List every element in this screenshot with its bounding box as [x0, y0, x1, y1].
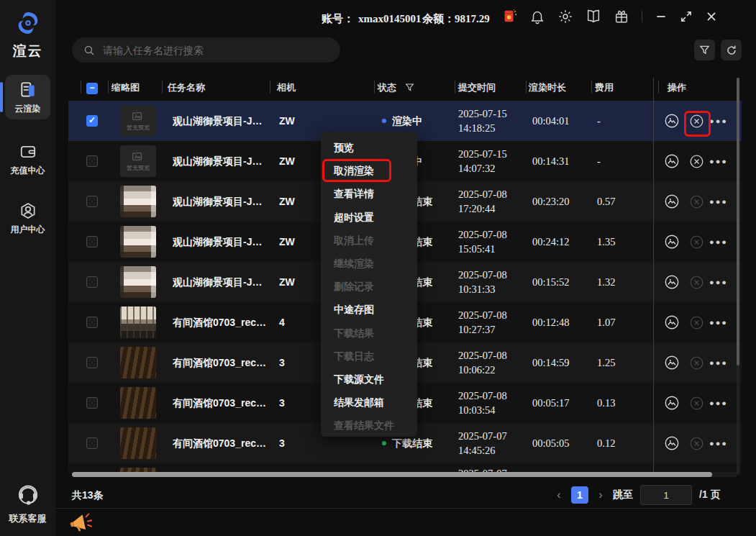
sidebar-item-contact-support[interactable]: 联系客服 [0, 483, 55, 525]
preview-result-button[interactable] [663, 314, 680, 331]
row-checkbox[interactable] [86, 437, 98, 449]
more-actions-button[interactable]: ●●● [710, 354, 727, 371]
submit-date: 2025-07-15 [458, 147, 507, 161]
preview-result-button[interactable] [663, 233, 680, 250]
customer-service-icon [16, 483, 40, 508]
pagination: ‹ 1 › 跳至 /1 页 [554, 486, 721, 504]
preview-result-button[interactable] [663, 435, 680, 452]
submit-date: 2025-07-08 [458, 308, 507, 322]
prev-page-button[interactable]: ‹ [554, 489, 564, 501]
expand-button[interactable] [680, 10, 693, 23]
camera: 3 [279, 342, 285, 383]
col-header-duration: 渲染时长 [529, 81, 566, 94]
thumbnail[interactable]: 暂无预览 [120, 145, 156, 177]
thumbnail[interactable] [120, 427, 156, 459]
more-actions-button[interactable]: ●●● [710, 153, 727, 170]
preview-result-button[interactable] [663, 112, 680, 130]
horizontal-scrollbar[interactable] [72, 472, 737, 477]
cancel-task-button[interactable] [688, 112, 705, 130]
minimize-icon [655, 10, 668, 23]
row-checkbox[interactable]: ✓ [86, 115, 98, 127]
menu-item[interactable]: 取消渲染 [321, 159, 417, 182]
close-icon [705, 10, 718, 23]
wallet-icon [19, 142, 37, 161]
cost: 0.12 [597, 423, 615, 463]
row-checkbox[interactable] [86, 357, 98, 368]
preview-result-button[interactable] [663, 394, 680, 412]
submit-clock: 14:45:26 [458, 443, 507, 458]
menu-item[interactable]: 查看详情 [321, 182, 417, 205]
menu-item[interactable]: 预览 [321, 136, 417, 159]
menu-item[interactable]: 下载源文件 [321, 368, 417, 391]
preview-result-button[interactable] [663, 354, 680, 371]
submit-date: 2025-07-15 [458, 106, 507, 121]
search-input[interactable] [101, 44, 340, 57]
more-actions-button[interactable]: ●●● [710, 314, 727, 331]
col-header-thumbnail: 缩略图 [111, 81, 140, 94]
vertical-scrollbar[interactable] [737, 78, 739, 475]
task-name: 观山湖御景项目-J… [173, 262, 275, 302]
app-logo: 渲云 [0, 9, 55, 60]
thumbnail[interactable] [120, 387, 156, 419]
cancel-task-button[interactable] [688, 153, 705, 170]
task-name: 观山湖御景项目-J… [173, 141, 275, 181]
red-packet-icon[interactable] [501, 9, 517, 24]
row-checkbox[interactable] [86, 196, 98, 207]
no-preview-image-icon [132, 151, 145, 163]
select-all-checkbox[interactable]: − [86, 83, 98, 94]
minimize-button[interactable] [655, 10, 668, 23]
refresh-button[interactable] [721, 40, 742, 60]
thumbnail[interactable]: 暂无预览 [120, 105, 156, 137]
row-checkbox[interactable] [86, 317, 98, 328]
gear-icon[interactable] [557, 9, 573, 24]
more-actions-button[interactable]: ●●● [710, 435, 727, 452]
jump-page-input[interactable] [640, 485, 692, 505]
table-header: − 缩略图 任务名称 相机 状态 提交时间 渲染时长 费用 操作 [68, 78, 742, 99]
row-checkbox[interactable] [86, 397, 98, 409]
preview-result-button[interactable] [663, 273, 680, 291]
bell-icon[interactable] [529, 9, 545, 24]
more-actions-button[interactable]: ●●● [710, 112, 727, 130]
menu-item[interactable]: 结果发邮箱 [321, 391, 417, 414]
col-header-submit-time: 提交时间 [458, 81, 496, 94]
col-header-task-name: 任务名称 [168, 81, 205, 94]
row-checkbox[interactable] [86, 236, 98, 247]
preview-result-button[interactable] [663, 193, 680, 210]
sidebar-item-cloud-render[interactable]: 云渲染 [5, 75, 50, 119]
menu-item[interactable]: 超时设置 [321, 206, 417, 229]
sidebar-item-recharge-center[interactable]: 充值中心 [5, 137, 50, 181]
more-actions-button[interactable]: ●●● [710, 394, 727, 412]
gift-icon[interactable] [614, 9, 629, 24]
thumbnail[interactable] [120, 347, 156, 378]
more-actions-button[interactable]: ●●● [710, 193, 727, 210]
thumbnail[interactable] [120, 266, 156, 298]
manual-book-icon[interactable] [586, 9, 601, 24]
thumbnail[interactable] [120, 186, 156, 217]
submit-date: 2025-07-08 [458, 268, 507, 282]
submit-time: 2025-07-0810:06:22 [458, 348, 507, 377]
more-actions-button[interactable]: ●●● [710, 233, 727, 250]
next-page-button[interactable]: › [596, 489, 606, 501]
menu-item: 取消上传 [321, 229, 417, 252]
preview-result-button[interactable] [663, 153, 680, 170]
row-checkbox[interactable] [86, 155, 98, 167]
menu-item[interactable]: 中途存图 [321, 298, 417, 321]
sidebar-item-user-center[interactable]: 用户中心 [5, 196, 50, 240]
preview-image-icon [664, 435, 680, 451]
no-preview-label: 暂无预览 [127, 164, 150, 172]
submit-clock: 17:20:44 [458, 201, 507, 216]
status-filter-button[interactable] [405, 83, 414, 94]
menu-item: 下载结果 [321, 322, 417, 345]
camera: 4 [279, 302, 285, 342]
row-checkbox[interactable] [86, 276, 98, 288]
more-actions-button[interactable]: ●●● [710, 273, 727, 291]
submit-clock: 14:18:25 [458, 121, 507, 135]
account-dropdown[interactable]: 账号：xmax0145001 [322, 12, 434, 26]
cost: 1.07 [597, 302, 615, 342]
thumbnail[interactable] [120, 226, 156, 258]
current-page-button[interactable]: 1 [571, 486, 588, 504]
filter-button[interactable] [694, 40, 715, 60]
thumbnail[interactable] [120, 306, 156, 338]
close-button[interactable] [705, 10, 718, 23]
submit-clock: 10:03:54 [458, 403, 507, 417]
